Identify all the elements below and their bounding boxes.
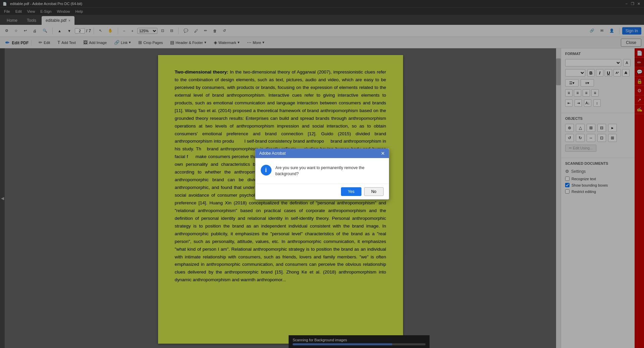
dialog-body: i Are you sure you want to permanently r… [255,158,389,184]
dialog-overlay: Adobe Acrobat ✕ i Are you sure you want … [0,0,644,348]
dialog-buttons: Yes No [255,184,389,199]
dialog-info-icon: i [261,165,271,176]
dialog-close-button[interactable]: ✕ [381,151,385,156]
dialog-message: Are you sure you want to permanently rem… [276,165,384,177]
dialog-yes-button[interactable]: Yes [341,187,362,196]
dialog-title: Adobe Acrobat [259,151,286,156]
dialog-no-button[interactable]: No [364,187,383,196]
dialog-title-bar: Adobe Acrobat ✕ [255,149,389,158]
dialog: Adobe Acrobat ✕ i Are you sure you want … [255,148,389,200]
